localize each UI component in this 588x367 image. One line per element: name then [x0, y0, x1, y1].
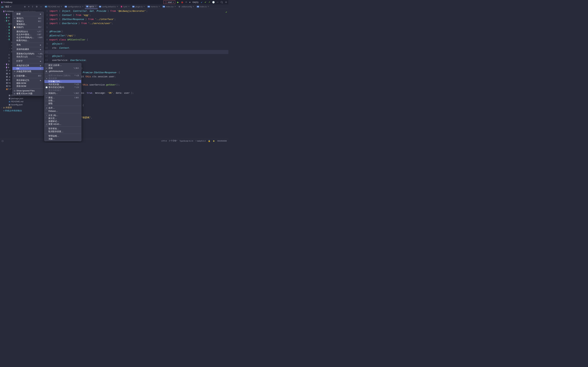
ts-icon: TS: [163, 6, 165, 8]
coverage-icon[interactable]: ⟳: [185, 1, 187, 3]
editor-tab[interactable]: ⚙.editorconfig✕: [177, 4, 195, 9]
run-config-selector[interactable]: ▢ start ▾: [164, 0, 175, 4]
menu-shortcut: ⌥F7: [34, 31, 41, 33]
settings-icon[interactable]: ⚙: [225, 1, 227, 3]
gear-icon: ⚙: [179, 6, 180, 8]
menu-item-label: 优化导入(Z): [17, 55, 28, 58]
tool-settings-icon[interactable]: ⚙: [36, 5, 38, 8]
external-libraries[interactable]: ›⊪ 外部库: [0, 106, 43, 109]
scratch-label: 草稿文件和控制台: [5, 109, 22, 112]
close-icon[interactable]: ✕: [61, 6, 62, 8]
menu-item[interactable]: 打开于▶: [12, 60, 44, 63]
git-push-icon[interactable]: ↗: [208, 1, 210, 3]
stop-icon[interactable]: ■: [189, 1, 190, 3]
close-icon[interactable]: ✕: [128, 6, 130, 8]
inspection-profile-icon[interactable]: ☻: [213, 140, 215, 142]
close-icon[interactable]: ✕: [174, 6, 176, 8]
close-icon[interactable]: ✕: [143, 6, 145, 8]
menu-item-label: 添加 BOM: [17, 85, 26, 88]
menu-item-label: 复制路径...: [17, 23, 27, 26]
menu-item[interactable]: 移除 BOM: [12, 82, 44, 85]
hide-tool-icon[interactable]: —: [40, 5, 42, 8]
svg-point-0: [221, 1, 223, 3]
menu-shortcut: ⌘D: [35, 75, 41, 77]
menu-item[interactable]: 在文件中查找…⇧⌘F: [12, 33, 44, 36]
close-icon[interactable]: ✕: [117, 6, 118, 8]
menu-item[interactable]: ⟳从磁盘重新加载: [12, 70, 44, 73]
tab-label: api.ts: [89, 5, 94, 8]
tree-file[interactable]: ▣package.json: [0, 97, 43, 100]
editor-tabs: M↓README.md✕TSconfiguration.ts✕TSapi.ts✕…: [43, 4, 228, 9]
menu-item[interactable]: 查找用法(U)⌥F7: [12, 30, 44, 33]
close-icon[interactable]: ✕: [208, 6, 209, 8]
tab-label: f.yml: [123, 6, 127, 8]
menu-item[interactable]: 📋粘贴(P)⌘V: [12, 26, 44, 29]
status-branch[interactable]: ⑂ daily/0.2.2: [195, 140, 206, 142]
project-view-selector[interactable]: 项目 ▾: [5, 5, 11, 8]
close-icon[interactable]: ✕: [193, 6, 194, 8]
history-icon[interactable]: 🕘: [212, 1, 215, 3]
tab-label: README.md: [48, 6, 60, 8]
editor-tab[interactable]: TSindex.ts✕: [195, 4, 210, 9]
menu-item[interactable]: 重新格式化代码(R)⌥⌘L: [12, 52, 44, 55]
git-commit-icon[interactable]: ✔: [205, 1, 206, 3]
lock-icon[interactable]: 🔒: [208, 140, 210, 142]
select-open-file-icon[interactable]: ⊕: [24, 5, 26, 8]
tree-file[interactable]: ▣tsconfig.json: [0, 103, 43, 106]
revert-icon[interactable]: ⤺: [217, 1, 218, 3]
menu-item[interactable]: 复制路径...: [12, 23, 44, 26]
editor-tab[interactable]: Yf.yml✕: [120, 4, 131, 9]
submenu-arrow-icon: ▶: [40, 79, 41, 81]
menu-shortcut: ⌘C: [35, 20, 41, 22]
status-encoding[interactable]: UTF-8: [161, 140, 167, 142]
menu-item[interactable]: 将目录标记为▶: [12, 79, 44, 82]
status-language[interactable]: TypeScript 4.2.4: [180, 140, 193, 142]
git-pull-icon[interactable]: ↙: [201, 1, 203, 3]
menu-shortcut: ⌥⌘L: [34, 53, 43, 55]
tab-label: index.tsx: [166, 6, 173, 8]
menu-item[interactable]: ◎修复 ESLint 问题: [12, 92, 44, 95]
run-icon[interactable]: ▶: [177, 1, 179, 3]
collapse-all-icon[interactable]: ⇧: [32, 5, 34, 8]
menu-item[interactable]: ✄剪切(T)⌘X: [12, 17, 44, 20]
tool-window-toggle-icon[interactable]: ▢: [2, 140, 3, 142]
close-icon[interactable]: ✕: [158, 6, 160, 8]
editor-tab[interactable]: TSapi.ts✕: [85, 4, 98, 9]
search-icon[interactable]: [221, 1, 223, 4]
memory-indicator[interactable]: 880/8000M: [217, 140, 227, 142]
menu-item-label: 修复 ESLint 问题: [17, 92, 33, 95]
status-indent[interactable]: 2 个空格*: [169, 140, 177, 142]
code-content[interactable]: import { Inject, Controller, Get, Provid…: [49, 9, 228, 139]
chevron-down-icon: ▾: [173, 1, 174, 3]
menu-item[interactable]: 在文件中替换(A)…⇧⌘R: [12, 36, 44, 39]
context-menu[interactable]: 新建▶✄剪切(T)⌘X复制(C)⌘C复制路径...📋粘贴(P)⌘V查找用法(U)…: [12, 12, 44, 96]
close-icon[interactable]: ✕: [95, 5, 96, 8]
editor-tab[interactable]: TShome.ts✕: [146, 4, 161, 9]
menu-item[interactable]: Git▶: [12, 67, 44, 70]
expand-all-icon[interactable]: ≡: [28, 5, 29, 8]
menu-item[interactable]: 优化导入(Z)^⌥O: [12, 55, 44, 58]
menu-item[interactable]: ⧉比较对象…⌘D: [12, 74, 44, 77]
menu-item[interactable]: 新建▶: [12, 12, 44, 15]
tree-file[interactable]: ▣README.md: [0, 100, 43, 103]
editor-tab[interactable]: M↓README.md✕: [43, 4, 63, 9]
menu-item[interactable]: 添加 BOM: [12, 85, 44, 88]
menu-item[interactable]: 检查代码(I)…: [12, 39, 44, 42]
menu-item[interactable]: 复制(C)⌘C: [12, 20, 44, 23]
code-editor[interactable]: ✔ 12345678910111213141516171819202122232…: [43, 9, 228, 139]
tree-file-label: tsconfig.json: [11, 104, 23, 106]
debug-icon[interactable]: 🐞: [181, 1, 183, 3]
menu-item[interactable]: 重构▶: [12, 43, 44, 46]
editor-tab[interactable]: TSconfiguration.ts✕: [63, 4, 85, 9]
editor-tab[interactable]: TSconfig.default.ts✕: [98, 4, 120, 9]
menu-item-label: 本地历史记录: [17, 64, 29, 67]
scratches-consoles[interactable]: ⌗ 草稿文件和控制台: [0, 109, 43, 112]
git-menu-label[interactable]: Git(G):: [192, 1, 199, 3]
editor-tab[interactable]: TSplugin.ts✕: [131, 4, 146, 9]
menu-item[interactable]: 添加到收藏夹▶: [12, 48, 44, 51]
editor-tab[interactable]: TSindex.tsx✕: [161, 4, 177, 9]
menu-item[interactable]: 本地历史记录▶: [12, 64, 44, 67]
close-icon[interactable]: ✕: [82, 6, 84, 8]
menu-item-label: 复制(C): [17, 20, 24, 23]
menu-item[interactable]: 🗂Show Ignored Files: [12, 89, 44, 92]
